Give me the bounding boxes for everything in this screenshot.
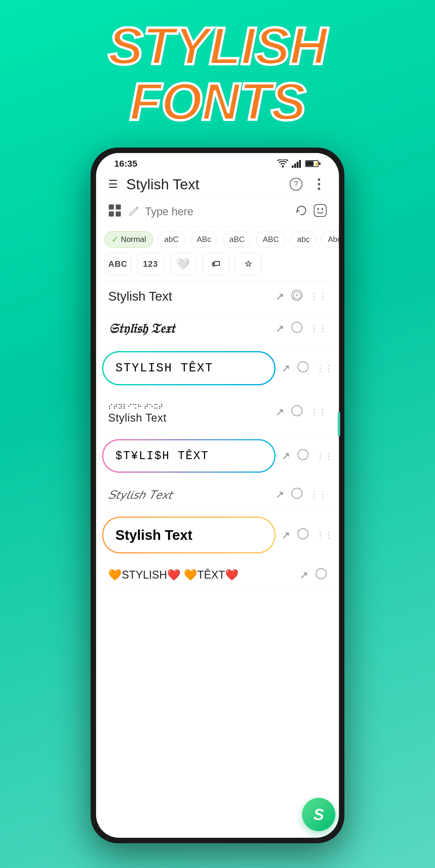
whatsapp-icon-1[interactable] bbox=[291, 289, 303, 303]
whatsapp-icon-5[interactable] bbox=[297, 449, 309, 463]
share-icon-3[interactable]: ↗ bbox=[281, 362, 290, 374]
dots-icon-5[interactable]: ⋮⋮ bbox=[316, 451, 333, 461]
share-icon-1[interactable]: ↗ bbox=[275, 290, 284, 303]
emoji-icon[interactable] bbox=[313, 204, 327, 220]
highlighted-inner-3: STYLISH TÊXT bbox=[103, 352, 274, 384]
highlighted-item-5[interactable]: $T¥LI$H TÊXT bbox=[102, 439, 275, 473]
svg-point-24 bbox=[292, 406, 302, 416]
menu-icon[interactable]: ☰ bbox=[108, 178, 118, 190]
whatsapp-icon-7[interactable] bbox=[297, 528, 309, 542]
app-bar: ☰ Stylish Text ? bbox=[96, 171, 339, 198]
highlighted-inner-7: Stylish Text bbox=[103, 518, 274, 552]
text-item-2-actions: ↗ ⋮⋮ bbox=[275, 321, 327, 335]
list-area: Stylish Text ↗ ⋮⋮ bbox=[96, 281, 339, 838]
filter-abc-lower[interactable]: abc bbox=[290, 231, 316, 247]
filter-normal[interactable]: ✓ Normal bbox=[104, 231, 153, 248]
filter-123[interactable]: 123 bbox=[137, 252, 164, 276]
filter-heart[interactable]: 🤍 bbox=[170, 252, 196, 276]
text-item-4-content: ⠎⠞⠽⠇⠊⠩⠓ ⠞⠑⠭⠞ Stylish Text bbox=[108, 400, 275, 424]
highlighted-row-7: Stylish Text ↗ ⋮⋮ bbox=[102, 510, 333, 559]
text-item-1-content: Stylish Text bbox=[108, 289, 275, 304]
signal-icon bbox=[292, 159, 301, 168]
svg-text:?: ? bbox=[294, 180, 298, 188]
svg-point-22 bbox=[292, 322, 302, 332]
svg-point-26 bbox=[292, 488, 302, 498]
hero-line2: FONTS bbox=[108, 74, 327, 129]
fab-button[interactable]: S bbox=[302, 798, 335, 831]
status-bar: 16:35 bbox=[96, 153, 339, 171]
svg-rect-1 bbox=[292, 165, 294, 168]
filter-ABc[interactable]: ABc bbox=[190, 231, 219, 247]
rotate-icon[interactable] bbox=[295, 204, 307, 220]
text-item-3-content: STYLISH TÊXT bbox=[115, 362, 262, 375]
share-icon-2[interactable]: ↗ bbox=[275, 322, 284, 335]
highlighted-row-3: STYLISH TÊXT ↗ ⋮⋮ bbox=[102, 345, 333, 391]
text-item-8: 🧡STYLISH❤️ 🧡TÊXT❤️ ↗ bbox=[102, 559, 333, 591]
whatsapp-icon-4[interactable] bbox=[291, 405, 303, 419]
wifi-icon bbox=[277, 159, 288, 168]
phone-screen: 16:35 bbox=[96, 153, 339, 838]
share-icon-7[interactable]: ↗ bbox=[281, 529, 290, 541]
text-item-6: 𝘚𝘵𝘺𝘭𝘪𝘴𝘩 𝘛𝘦𝘹𝘵 ↗ ⋮⋮ bbox=[102, 479, 333, 510]
hero-section: STYLISH FONTS bbox=[108, 18, 327, 129]
help-button[interactable]: ? bbox=[288, 176, 304, 192]
highlighted-item-3[interactable]: STYLISH TÊXT bbox=[102, 351, 275, 385]
input-row bbox=[96, 198, 339, 226]
text-item-8-content: 🧡STYLISH❤️ 🧡TÊXT❤️ bbox=[108, 568, 300, 581]
svg-point-27 bbox=[298, 529, 308, 539]
search-input[interactable] bbox=[145, 205, 289, 218]
text-item-3-actions: ↗ ⋮⋮ bbox=[275, 361, 333, 375]
whatsapp-icon-8[interactable] bbox=[315, 568, 327, 582]
share-icon-4[interactable]: ↗ bbox=[275, 406, 284, 418]
dots-icon-1[interactable]: ⋮⋮ bbox=[310, 291, 327, 301]
dots-icon-7[interactable]: ⋮⋮ bbox=[316, 530, 333, 540]
app-bar-icons: ? bbox=[288, 176, 327, 192]
highlighted-item-7[interactable]: Stylish Text bbox=[102, 517, 275, 554]
app-title: Stylish Text bbox=[126, 176, 288, 193]
text-item-1: Stylish Text ↗ ⋮⋮ bbox=[102, 281, 333, 312]
text-item-8-actions: ↗ bbox=[300, 568, 327, 582]
dots-icon-3[interactable]: ⋮⋮ bbox=[316, 363, 333, 373]
filter-star[interactable]: ☆ bbox=[235, 252, 262, 276]
filter-abc-mixed[interactable]: abC bbox=[157, 231, 186, 247]
text-item-4: ⠎⠞⠽⠇⠊⠩⠓ ⠞⠑⠭⠞ Stylish Text ↗ ⋮⋮ bbox=[102, 391, 333, 433]
share-icon-8[interactable]: ↗ bbox=[300, 569, 308, 581]
dots-icon-6[interactable]: ⋮⋮ bbox=[310, 489, 327, 499]
dots-icon-2[interactable]: ⋮⋮ bbox=[310, 323, 327, 334]
text-item-5-actions: ↗ ⋮⋮ bbox=[275, 449, 333, 463]
filter-abc-caps[interactable]: ABC bbox=[104, 252, 131, 276]
svg-point-11 bbox=[318, 179, 320, 181]
phone-shell: 16:35 bbox=[91, 148, 344, 843]
svg-point-28 bbox=[316, 568, 326, 579]
filter-aBC[interactable]: aBC bbox=[222, 231, 252, 247]
whatsapp-icon-6[interactable] bbox=[291, 488, 303, 501]
text-item-1-actions: ↗ ⋮⋮ bbox=[275, 289, 327, 303]
filter-normal-label: Normal bbox=[121, 235, 146, 244]
svg-rect-4 bbox=[299, 160, 301, 168]
svg-point-19 bbox=[317, 208, 319, 210]
hero-line1: STYLISH bbox=[108, 18, 327, 74]
svg-point-23 bbox=[298, 362, 308, 372]
share-icon-6[interactable]: ↗ bbox=[275, 489, 284, 500]
more-button[interactable] bbox=[311, 176, 327, 192]
filter-ABC[interactable]: ABC bbox=[256, 231, 286, 247]
text-item-6-content: 𝘚𝘵𝘺𝘭𝘪𝘴𝘩 𝘛𝘦𝘹𝘵 bbox=[108, 487, 275, 502]
svg-rect-17 bbox=[116, 211, 121, 217]
svg-rect-3 bbox=[297, 162, 298, 168]
text-item-4-actions: ↗ ⋮⋮ bbox=[275, 405, 327, 419]
share-icon-5[interactable]: ↗ bbox=[281, 450, 290, 462]
whatsapp-icon-3[interactable] bbox=[297, 361, 309, 375]
pencil-icon[interactable] bbox=[128, 205, 139, 219]
filter-Abc[interactable]: Abc bbox=[321, 231, 339, 247]
battery-icon: ⚡ bbox=[305, 160, 321, 167]
filter-tag[interactable]: 🏷 bbox=[202, 252, 229, 276]
fab-label: S bbox=[313, 805, 324, 824]
grid-icon[interactable] bbox=[108, 204, 122, 220]
svg-rect-14 bbox=[109, 205, 114, 210]
svg-point-0 bbox=[282, 166, 283, 167]
dots-icon-4[interactable]: ⋮⋮ bbox=[310, 407, 327, 417]
whatsapp-icon-2[interactable] bbox=[291, 321, 303, 335]
status-icons: ⚡ bbox=[277, 159, 321, 168]
svg-rect-15 bbox=[116, 205, 121, 210]
text-item-2-content: 𝔖𝔱𝔶𝔩𝔦𝔰𝔥 𝔗𝔢𝔵𝔱 bbox=[108, 321, 275, 336]
